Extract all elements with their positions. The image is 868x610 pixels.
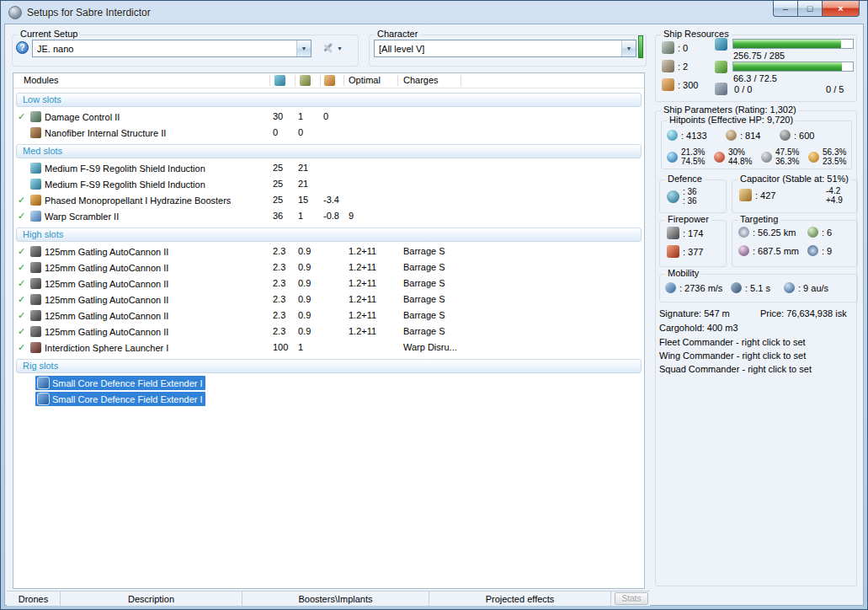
slot-section-label: Rig slots xyxy=(23,361,58,371)
module-charge-value: Warp Disru... xyxy=(403,340,457,355)
wing-commander-text[interactable]: Wing Commander - right click to set xyxy=(659,350,806,361)
scan-resolution-icon xyxy=(738,245,749,256)
module-row[interactable]: ✓Phased Monopropellant I Hydrazine Boost… xyxy=(13,192,644,208)
module-row[interactable]: ✓125mm Gatling AutoCannon II2.30.91.2+11… xyxy=(13,308,644,324)
module-row[interactable]: ✓Damage Control II3010 xyxy=(13,109,644,125)
module-label-group: Nanofiber Internal Structure II xyxy=(28,126,168,140)
module-name: 125mm Gatling AutoCannon II xyxy=(45,292,168,308)
module-row[interactable]: Small Core Defence Field Extender I xyxy=(13,375,644,391)
setup-combobox-arrow[interactable]: ▼ xyxy=(296,40,311,56)
autocannon-icon xyxy=(30,278,41,289)
capacitor-icon xyxy=(739,189,752,201)
table-header: Modules Optimal Charges xyxy=(13,73,644,88)
capacitor-column-icon[interactable] xyxy=(324,75,335,86)
calibration: : 300 xyxy=(662,78,698,91)
agility-icon xyxy=(731,282,742,293)
agility-value: : 5.1 s xyxy=(745,283,770,293)
setup-combobox[interactable]: JE. nano ▼ xyxy=(32,40,312,57)
module-charge-value: Barrage S xyxy=(403,276,445,291)
dps-icon xyxy=(667,245,679,258)
maximize-button[interactable]: □ xyxy=(797,1,822,17)
module-row[interactable]: ✓125mm Gatling AutoCannon II2.30.91.2+11… xyxy=(13,292,644,308)
shield-induction-icon xyxy=(30,163,41,174)
firepower-volley: : 174 xyxy=(667,227,703,239)
column-divider xyxy=(461,75,461,86)
fleet-commander-text[interactable]: Fleet Commander - right click to set xyxy=(659,337,806,347)
module-name: Phased Monopropellant I Hydrazine Booste… xyxy=(45,193,231,208)
em-armor-resist: 74.5% xyxy=(681,157,705,166)
module-charge-value: Barrage S xyxy=(403,308,445,323)
titlebar[interactable]: Setups for Sabre Interdictor xyxy=(1,1,867,24)
fitted-check-icon: ✓ xyxy=(18,340,25,355)
powergrid-column-icon[interactable] xyxy=(300,75,311,86)
module-row[interactable]: ✓Interdiction Sphere Launcher I1001Warp … xyxy=(13,340,644,356)
module-optimal-value: 1.2+11 xyxy=(349,260,376,275)
module-cpu-value: 2.3 xyxy=(273,292,285,307)
tab-boosters-implants[interactable]: Boosters\Implants xyxy=(242,591,429,606)
character-combobox[interactable]: [All level V] ▼ xyxy=(374,40,636,57)
stats-button[interactable]: Stats xyxy=(615,592,648,605)
slot-section-header[interactable]: Med slots xyxy=(16,144,642,158)
tab-drones[interactable]: Drones xyxy=(7,591,61,606)
column-modules[interactable]: Modules xyxy=(24,75,59,85)
warp-scrambler-icon xyxy=(30,211,41,222)
module-cpu-value: 2.3 xyxy=(273,324,285,339)
character-combobox-arrow[interactable]: ▼ xyxy=(621,40,636,56)
max-targets-icon xyxy=(807,227,818,238)
explosive-shield-resist: 56.3% xyxy=(823,147,846,157)
minimize-button[interactable]: – xyxy=(773,1,797,17)
module-row[interactable]: Medium F-S9 Regolith Shield Induction252… xyxy=(13,176,644,192)
setup-tools-button[interactable]: ▼ xyxy=(317,39,347,57)
dps-value: : 377 xyxy=(683,247,703,257)
sensor-strength-icon xyxy=(807,245,818,256)
module-row[interactable]: ✓125mm Gatling AutoCannon II2.30.91.2+11… xyxy=(13,260,644,276)
slot-section-header[interactable]: Low slots xyxy=(16,93,642,107)
defence-icon xyxy=(667,190,679,203)
module-name: Medium F-S9 Regolith Shield Induction xyxy=(45,161,205,176)
module-optimal-value: 1.2+11 xyxy=(349,324,376,339)
current-setup-label: Current Setup xyxy=(18,29,80,39)
tools-dropdown-arrow-icon: ▼ xyxy=(337,45,343,51)
sensor-strength-value: : 9 xyxy=(822,246,832,256)
column-optimal[interactable]: Optimal xyxy=(349,75,381,85)
module-row[interactable]: ✓125mm Gatling AutoCannon II2.30.91.2+11… xyxy=(13,243,644,260)
column-charges[interactable]: Charges xyxy=(403,75,439,85)
hull-hp-value: : 600 xyxy=(794,131,814,141)
launcher-hardpoint-icon xyxy=(662,60,674,72)
module-row[interactable]: ✓125mm Gatling AutoCannon II2.30.91.2+11… xyxy=(13,276,644,292)
autocannon-icon xyxy=(30,310,41,321)
slot-section-header[interactable]: Rig slots xyxy=(16,359,642,373)
em-shield-resist: 21.3% xyxy=(681,147,705,157)
module-row[interactable]: Nanofiber Internal Structure II00 xyxy=(13,125,644,141)
defence-label: Defence xyxy=(665,174,705,184)
module-row[interactable]: ✓Warp Scrambler II361-0.89 xyxy=(13,208,644,224)
tab-description[interactable]: Description xyxy=(61,591,242,606)
armor-hp-icon xyxy=(726,130,737,141)
em-resists: 21.3% 74.5% xyxy=(667,147,705,166)
slot-section-header[interactable]: High slots xyxy=(16,227,642,242)
squad-commander-text[interactable]: Squad Commander - right click to set xyxy=(659,364,812,374)
module-row[interactable]: Medium F-S9 Regolith Shield Induction252… xyxy=(13,160,644,176)
module-cap-value: -3.4 xyxy=(323,192,339,207)
drone-bandwidth-value: 0 / 5 xyxy=(826,84,844,94)
module-optimal-value: 9 xyxy=(349,208,354,223)
help-icon[interactable]: ? xyxy=(16,41,29,54)
fitted-check-icon: ✓ xyxy=(18,308,25,323)
close-button[interactable]: × xyxy=(822,1,860,17)
module-cpu-value: 25 xyxy=(273,192,283,207)
autocannon-icon xyxy=(30,294,41,305)
module-label-group: Damage Control II xyxy=(28,110,122,124)
module-charge-value: Barrage S xyxy=(403,324,445,339)
slot-section-label: High slots xyxy=(23,229,63,239)
max-targets: : 6 xyxy=(807,227,832,238)
module-row[interactable]: Small Core Defence Field Extender I xyxy=(13,391,644,407)
module-cpu-value: 25 xyxy=(273,176,283,191)
tab-projected-effects[interactable]: Projected effects xyxy=(429,591,611,606)
module-cap-value: 0 xyxy=(323,109,328,124)
module-pg-value: 15 xyxy=(298,192,308,207)
cpu-column-icon[interactable] xyxy=(274,75,285,86)
armor-hp: : 814 xyxy=(726,130,760,141)
module-row[interactable]: ✓125mm Gatling AutoCannon II2.30.91.2+11… xyxy=(13,324,644,340)
module-name: Nanofiber Internal Structure II xyxy=(45,126,166,141)
armor-hp-value: : 814 xyxy=(740,131,760,141)
